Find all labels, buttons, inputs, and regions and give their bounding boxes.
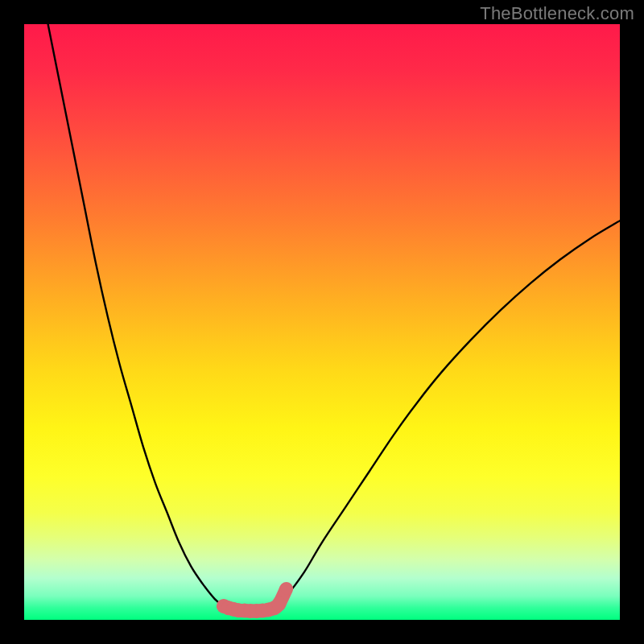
curve-layer [48, 24, 620, 611]
bottleneck-curve [48, 24, 620, 611]
watermark-text: TheBottleneck.com [480, 3, 634, 24]
trough-marker [272, 597, 287, 611]
chart-svg [24, 24, 620, 620]
marker-layer [217, 584, 292, 618]
trough-marker [281, 584, 292, 595]
chart-frame: TheBottleneck.com [0, 0, 644, 644]
plot-area [24, 24, 620, 620]
